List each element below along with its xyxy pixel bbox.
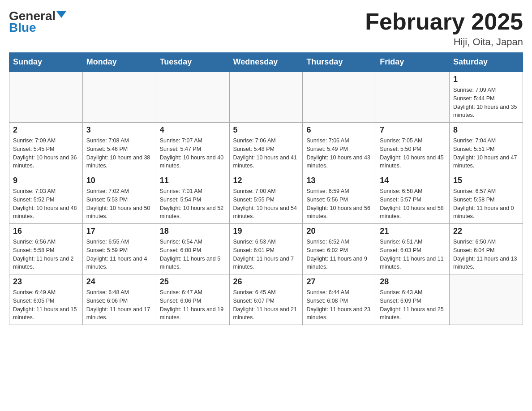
day-info: Sunrise: 6:53 AMSunset: 6:01 PMDaylight:… (233, 238, 299, 271)
day-number: 3 (86, 125, 152, 135)
day-number: 11 (160, 176, 226, 185)
calendar-cell (450, 274, 523, 325)
day-info: Sunrise: 7:09 AMSunset: 5:44 PMDaylight:… (453, 86, 519, 120)
day-info: Sunrise: 7:07 AMSunset: 5:47 PMDaylight:… (160, 137, 226, 170)
header-day-thursday: Thursday (303, 53, 376, 72)
day-number: 16 (13, 227, 79, 236)
calendar-cell: 7Sunrise: 7:05 AMSunset: 5:50 PMDaylight… (376, 123, 450, 173)
calendar-table: SundayMondayTuesdayWednesdayThursdayFrid… (9, 52, 523, 325)
calendar-cell: 3Sunrise: 7:08 AMSunset: 5:46 PMDaylight… (82, 123, 156, 173)
day-info: Sunrise: 6:52 AMSunset: 6:02 PMDaylight:… (306, 238, 372, 271)
calendar-subtitle: Hiji, Oita, Japan (365, 36, 523, 48)
calendar-cell (376, 72, 450, 123)
day-number: 26 (233, 277, 299, 287)
calendar-week-3: 9Sunrise: 7:03 AMSunset: 5:52 PMDaylight… (9, 173, 523, 224)
calendar-cell (82, 72, 156, 123)
day-info: Sunrise: 6:45 AMSunset: 6:07 PMDaylight:… (233, 288, 299, 322)
calendar-cell: 13Sunrise: 6:59 AMSunset: 5:56 PMDayligh… (303, 173, 376, 224)
calendar-cell: 4Sunrise: 7:07 AMSunset: 5:47 PMDaylight… (156, 123, 229, 173)
day-number: 14 (380, 176, 446, 185)
calendar-cell: 11Sunrise: 7:01 AMSunset: 5:54 PMDayligh… (156, 173, 229, 224)
day-info: Sunrise: 6:56 AMSunset: 5:58 PMDaylight:… (13, 238, 79, 271)
header-day-saturday: Saturday (450, 53, 523, 72)
day-number: 25 (160, 277, 226, 287)
day-info: Sunrise: 7:02 AMSunset: 5:53 PMDaylight:… (86, 187, 152, 221)
day-info: Sunrise: 7:09 AMSunset: 5:45 PMDaylight:… (13, 137, 79, 170)
header-day-friday: Friday (376, 53, 450, 72)
calendar-cell: 22Sunrise: 6:50 AMSunset: 6:04 PMDayligh… (450, 224, 523, 274)
logo: General Blue (9, 9, 66, 35)
calendar-cell: 25Sunrise: 6:47 AMSunset: 6:06 PMDayligh… (156, 274, 229, 325)
calendar-cell: 21Sunrise: 6:51 AMSunset: 6:03 PMDayligh… (376, 224, 450, 274)
day-info: Sunrise: 6:49 AMSunset: 6:05 PMDaylight:… (13, 288, 79, 322)
calendar-cell (229, 72, 303, 123)
calendar-cell: 6Sunrise: 7:06 AMSunset: 5:49 PMDaylight… (303, 123, 376, 173)
day-info: Sunrise: 6:44 AMSunset: 6:08 PMDaylight:… (306, 288, 372, 322)
calendar-cell: 24Sunrise: 6:48 AMSunset: 6:06 PMDayligh… (82, 274, 156, 325)
day-number: 1 (453, 75, 519, 84)
day-info: Sunrise: 6:58 AMSunset: 5:57 PMDaylight:… (380, 187, 446, 221)
day-number: 23 (13, 277, 79, 287)
day-number: 12 (233, 176, 299, 185)
day-info: Sunrise: 7:06 AMSunset: 5:49 PMDaylight:… (306, 137, 372, 170)
day-number: 24 (86, 277, 152, 287)
day-number: 17 (86, 227, 152, 236)
calendar-week-1: 1Sunrise: 7:09 AMSunset: 5:44 PMDaylight… (9, 72, 523, 123)
header-day-tuesday: Tuesday (156, 53, 229, 72)
calendar-cell: 27Sunrise: 6:44 AMSunset: 6:08 PMDayligh… (303, 274, 376, 325)
day-number: 18 (160, 227, 226, 236)
calendar-cell: 15Sunrise: 6:57 AMSunset: 5:58 PMDayligh… (450, 173, 523, 224)
calendar-cell: 23Sunrise: 6:49 AMSunset: 6:05 PMDayligh… (9, 274, 83, 325)
day-number: 2 (13, 125, 79, 135)
day-number: 4 (160, 125, 226, 135)
day-info: Sunrise: 7:00 AMSunset: 5:55 PMDaylight:… (233, 187, 299, 221)
logo-triangle-icon (56, 11, 66, 18)
calendar-cell: 17Sunrise: 6:55 AMSunset: 5:59 PMDayligh… (82, 224, 156, 274)
header-day-wednesday: Wednesday (229, 53, 303, 72)
calendar-title-block: February 2025 Hiji, Oita, Japan (365, 9, 523, 48)
calendar-week-2: 2Sunrise: 7:09 AMSunset: 5:45 PMDaylight… (9, 123, 523, 173)
day-info: Sunrise: 7:05 AMSunset: 5:50 PMDaylight:… (380, 137, 446, 170)
day-info: Sunrise: 6:51 AMSunset: 6:03 PMDaylight:… (380, 238, 446, 271)
day-number: 22 (453, 227, 519, 236)
calendar-cell: 8Sunrise: 7:04 AMSunset: 5:51 PMDaylight… (450, 123, 523, 173)
calendar-title: February 2025 (365, 9, 523, 34)
day-info: Sunrise: 7:03 AMSunset: 5:52 PMDaylight:… (13, 187, 79, 221)
calendar-cell: 10Sunrise: 7:02 AMSunset: 5:53 PMDayligh… (82, 173, 156, 224)
day-number: 5 (233, 125, 299, 135)
day-info: Sunrise: 7:01 AMSunset: 5:54 PMDaylight:… (160, 187, 226, 221)
day-number: 13 (306, 176, 372, 185)
calendar-cell: 16Sunrise: 6:56 AMSunset: 5:58 PMDayligh… (9, 224, 83, 274)
header-day-monday: Monday (82, 53, 156, 72)
calendar-cell: 20Sunrise: 6:52 AMSunset: 6:02 PMDayligh… (303, 224, 376, 274)
calendar-cell: 12Sunrise: 7:00 AMSunset: 5:55 PMDayligh… (229, 173, 303, 224)
day-number: 6 (306, 125, 372, 135)
day-number: 15 (453, 176, 519, 185)
day-number: 10 (86, 176, 152, 185)
day-info: Sunrise: 7:06 AMSunset: 5:48 PMDaylight:… (233, 137, 299, 170)
page-header: General Blue February 2025 Hiji, Oita, J… (9, 9, 523, 48)
calendar-cell (156, 72, 229, 123)
calendar-cell: 14Sunrise: 6:58 AMSunset: 5:57 PMDayligh… (376, 173, 450, 224)
logo-text-blue: Blue (9, 21, 36, 35)
day-number: 20 (306, 227, 372, 236)
day-info: Sunrise: 7:04 AMSunset: 5:51 PMDaylight:… (453, 137, 519, 170)
calendar-cell: 28Sunrise: 6:43 AMSunset: 6:09 PMDayligh… (376, 274, 450, 325)
calendar-cell: 26Sunrise: 6:45 AMSunset: 6:07 PMDayligh… (229, 274, 303, 325)
day-number: 7 (380, 125, 446, 135)
calendar-cell (303, 72, 376, 123)
day-number: 8 (453, 125, 519, 135)
day-number: 27 (306, 277, 372, 287)
calendar-header-row: SundayMondayTuesdayWednesdayThursdayFrid… (9, 53, 523, 72)
day-info: Sunrise: 6:47 AMSunset: 6:06 PMDaylight:… (160, 288, 226, 322)
day-info: Sunrise: 6:57 AMSunset: 5:58 PMDaylight:… (453, 187, 519, 221)
calendar-cell: 5Sunrise: 7:06 AMSunset: 5:48 PMDaylight… (229, 123, 303, 173)
calendar-week-5: 23Sunrise: 6:49 AMSunset: 6:05 PMDayligh… (9, 274, 523, 325)
calendar-cell: 2Sunrise: 7:09 AMSunset: 5:45 PMDaylight… (9, 123, 83, 173)
calendar-cell: 9Sunrise: 7:03 AMSunset: 5:52 PMDaylight… (9, 173, 83, 224)
calendar-cell (9, 72, 83, 123)
day-info: Sunrise: 6:55 AMSunset: 5:59 PMDaylight:… (86, 238, 152, 271)
calendar-cell: 1Sunrise: 7:09 AMSunset: 5:44 PMDaylight… (450, 72, 523, 123)
day-number: 28 (380, 277, 446, 287)
day-number: 21 (380, 227, 446, 236)
